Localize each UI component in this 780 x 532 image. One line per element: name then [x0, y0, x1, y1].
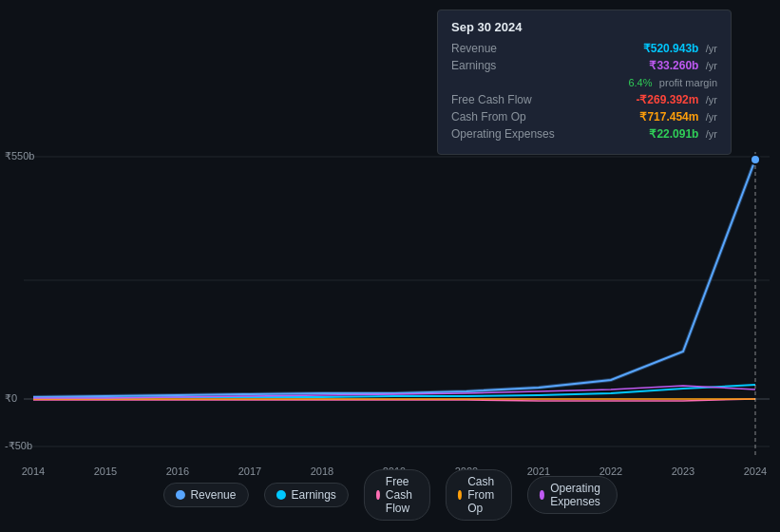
tooltip-earnings-value: ₹33.260b: [649, 59, 698, 72]
legend-item-earnings[interactable]: Earnings: [263, 483, 348, 507]
svg-text:2024: 2024: [744, 466, 767, 477]
chart-container: Sep 30 2024 Revenue ₹520.943b /yr Earnin…: [0, 0, 780, 532]
legend-dot-revenue: [175, 490, 184, 500]
tooltip-earnings-label: Earnings: [451, 59, 565, 72]
tooltip-revenue-value: ₹520.943b: [643, 42, 699, 55]
svg-text:-₹50b: -₹50b: [5, 440, 32, 451]
tooltip-cashop-period: /yr: [706, 111, 717, 123]
tooltip-earnings-period: /yr: [706, 60, 717, 71]
svg-text:2014: 2014: [22, 466, 45, 477]
tooltip-earnings-pct: 6.4%: [628, 77, 652, 88]
tooltip-revenue-label: Revenue: [451, 42, 565, 55]
svg-text:₹550b: ₹550b: [5, 150, 34, 162]
tooltip-fcf-label: Free Cash Flow: [451, 93, 565, 106]
tooltip-opex-label: Operating Expenses: [451, 127, 565, 141]
svg-text:2023: 2023: [672, 466, 694, 477]
tooltip-revenue-period: /yr: [706, 43, 717, 54]
chart-legend: Revenue Earnings Free Cash Flow Cash Fro…: [162, 469, 617, 521]
legend-dot-cashop: [458, 490, 462, 500]
legend-item-cashop[interactable]: Cash From Op: [446, 469, 512, 521]
tooltip-earnings-sub-row: 6.4% profit margin: [451, 76, 717, 89]
svg-text:2015: 2015: [94, 466, 117, 477]
tooltip-cashop-row: Cash From Op ₹717.454m /yr: [451, 110, 717, 124]
tooltip-earnings-row: Earnings ₹33.260b /yr: [451, 59, 717, 72]
svg-point-8: [751, 155, 760, 164]
tooltip-opex-period: /yr: [706, 128, 717, 140]
legend-label-earnings: Earnings: [291, 488, 335, 502]
legend-dot-opex: [540, 490, 544, 500]
legend-label-opex: Operating Expenses: [550, 482, 604, 508]
tooltip-cashop-label: Cash From Op: [451, 110, 565, 124]
legend-dot-fcf: [376, 490, 380, 500]
tooltip-fcf-value: -₹269.392m: [636, 93, 698, 106]
legend-label-revenue: Revenue: [190, 488, 236, 502]
tooltip-fcf-period: /yr: [706, 94, 717, 105]
legend-item-fcf[interactable]: Free Cash Flow: [364, 469, 430, 521]
tooltip-revenue-row: Revenue ₹520.943b /yr: [451, 42, 717, 55]
legend-item-revenue[interactable]: Revenue: [162, 483, 248, 507]
legend-label-cashop: Cash From Op: [467, 475, 500, 515]
tooltip-cashop-value: ₹717.454m: [639, 110, 698, 124]
legend-label-fcf: Free Cash Flow: [386, 475, 418, 515]
tooltip-date: Sep 30 2024: [451, 20, 717, 34]
legend-item-opex[interactable]: Operating Expenses: [527, 476, 618, 514]
tooltip-earnings-margin-text: profit margin: [659, 77, 717, 88]
legend-dot-earnings: [276, 490, 285, 500]
tooltip-opex-row: Operating Expenses ₹22.091b /yr: [451, 127, 717, 141]
svg-text:₹0: ₹0: [5, 392, 17, 404]
tooltip-opex-value: ₹22.091b: [649, 127, 698, 141]
tooltip: Sep 30 2024 Revenue ₹520.943b /yr Earnin…: [437, 10, 732, 155]
tooltip-fcf-row: Free Cash Flow -₹269.392m /yr: [451, 93, 717, 106]
